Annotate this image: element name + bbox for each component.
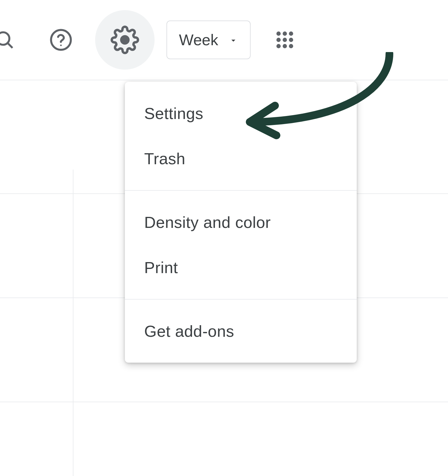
view-selector[interactable]: Week bbox=[166, 21, 251, 59]
svg-point-5 bbox=[276, 32, 281, 36]
grid-vertical-line bbox=[73, 170, 73, 476]
svg-point-0 bbox=[0, 32, 10, 45]
svg-point-2 bbox=[51, 30, 71, 50]
menu-item-trash[interactable]: Trash bbox=[125, 136, 357, 181]
menu-item-get-addons[interactable]: Get add-ons bbox=[125, 309, 357, 354]
menu-item-label: Get add-ons bbox=[144, 322, 234, 340]
svg-point-9 bbox=[283, 38, 287, 42]
svg-point-13 bbox=[289, 44, 293, 48]
help-button[interactable] bbox=[45, 24, 77, 56]
svg-point-8 bbox=[276, 38, 281, 42]
toolbar: Week bbox=[0, 0, 448, 80]
view-selector-label: Week bbox=[179, 31, 218, 49]
svg-point-6 bbox=[283, 32, 287, 36]
grid-horizontal-line bbox=[0, 402, 448, 402]
settings-button[interactable] bbox=[95, 10, 155, 70]
menu-divider bbox=[125, 299, 357, 300]
svg-point-10 bbox=[289, 38, 293, 42]
svg-point-3 bbox=[60, 45, 62, 46]
apps-grid-icon bbox=[274, 29, 295, 51]
settings-dropdown-menu: Settings Trash Density and color Print G… bbox=[125, 82, 357, 363]
menu-item-density-color[interactable]: Density and color bbox=[125, 200, 357, 245]
menu-item-label: Settings bbox=[144, 104, 203, 122]
search-icon bbox=[0, 29, 15, 51]
menu-item-label: Density and color bbox=[144, 213, 271, 231]
svg-point-11 bbox=[276, 44, 281, 48]
help-icon bbox=[49, 28, 73, 52]
menu-item-label: Trash bbox=[144, 150, 186, 167]
svg-point-4 bbox=[121, 36, 128, 43]
menu-item-settings[interactable]: Settings bbox=[125, 91, 357, 136]
svg-point-7 bbox=[289, 32, 293, 36]
menu-item-label: Print bbox=[144, 259, 178, 276]
search-button[interactable] bbox=[0, 24, 21, 56]
dropdown-arrow-icon bbox=[229, 31, 238, 49]
menu-item-print[interactable]: Print bbox=[125, 245, 357, 290]
menu-divider bbox=[125, 190, 357, 191]
apps-button[interactable] bbox=[268, 24, 301, 56]
gear-icon bbox=[111, 26, 139, 54]
svg-point-12 bbox=[283, 44, 287, 48]
svg-line-1 bbox=[8, 43, 12, 48]
